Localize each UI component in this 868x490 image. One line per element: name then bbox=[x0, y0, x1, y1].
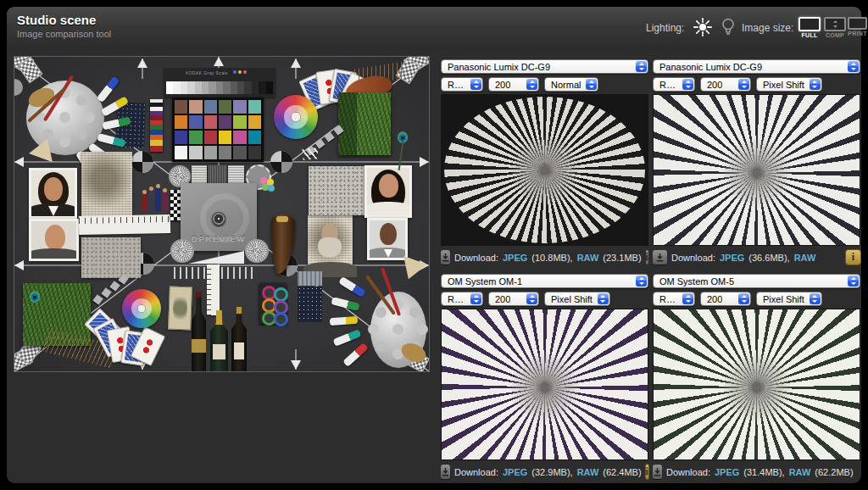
size-button-print[interactable]: PRINT bbox=[848, 17, 867, 36]
palette-wells bbox=[392, 324, 403, 335]
download-button[interactable] bbox=[441, 465, 450, 479]
comparison-panel-1: Panasonic Lumix DC-G9 RAW 200 Normal Dow… bbox=[441, 59, 648, 266]
colorchecker-swatch bbox=[204, 100, 217, 114]
info-button[interactable]: i bbox=[646, 250, 648, 264]
raw-link[interactable]: RAW bbox=[789, 467, 811, 477]
paint-tube bbox=[330, 316, 359, 326]
colorchecker-swatch bbox=[175, 146, 187, 159]
iso-select[interactable]: 200 bbox=[488, 292, 539, 306]
lowlight-lighting-button[interactable] bbox=[717, 15, 739, 39]
download-button[interactable] bbox=[653, 250, 667, 264]
format-select[interactable]: RAW bbox=[441, 292, 483, 306]
format-select[interactable]: RAW bbox=[653, 292, 695, 306]
jpeg-link[interactable]: JPEG bbox=[503, 467, 527, 477]
colorchecker-swatch bbox=[219, 100, 231, 114]
jpeg-link[interactable]: JPEG bbox=[715, 467, 739, 477]
camera-select[interactable]: OM System OM-5 bbox=[653, 274, 860, 288]
resolution-patch bbox=[209, 165, 226, 185]
colorchecker-swatch bbox=[189, 131, 202, 144]
colorchecker-swatch bbox=[233, 100, 246, 114]
raw-link[interactable]: RAW bbox=[577, 253, 599, 263]
gray-step bbox=[173, 81, 180, 94]
download-icon bbox=[441, 467, 450, 476]
daylight-lighting-button[interactable] bbox=[692, 15, 714, 39]
portrait-man-right bbox=[367, 218, 408, 260]
gray-step bbox=[266, 81, 273, 94]
sun-icon bbox=[693, 17, 713, 37]
mode-select[interactable]: Pixel Shift bbox=[544, 292, 610, 306]
select-stepper-icon bbox=[848, 276, 859, 287]
granite-patch bbox=[81, 237, 141, 278]
resolution-patch bbox=[192, 165, 207, 185]
star-center-blur bbox=[716, 347, 798, 428]
raw-size: (23.1MB) bbox=[603, 253, 641, 263]
mode-select[interactable]: Pixel Shift bbox=[756, 292, 822, 306]
jpeg-link[interactable]: JPEG bbox=[720, 253, 744, 263]
crop-image[interactable] bbox=[653, 309, 860, 460]
colorchecker-swatch bbox=[233, 131, 246, 144]
select-stepper-icon bbox=[810, 79, 821, 90]
select-stepper-icon bbox=[586, 79, 597, 90]
download-icon bbox=[655, 253, 665, 262]
download-bar: Download: JPEG (10.8MB), RAW (23.1MB) i bbox=[441, 249, 648, 265]
format-select[interactable]: RAW bbox=[653, 77, 695, 92]
crop-image[interactable] bbox=[441, 94, 648, 246]
crop-image[interactable] bbox=[653, 94, 860, 246]
paint-tube bbox=[97, 133, 125, 148]
iso-select[interactable]: 200 bbox=[700, 77, 751, 92]
etching-scene bbox=[81, 152, 132, 217]
colorchecker-swatch bbox=[175, 115, 187, 129]
download-label: Download: bbox=[666, 467, 710, 477]
size-button-comp[interactable]: COMP bbox=[824, 17, 846, 38]
figurines bbox=[142, 175, 169, 220]
paint-tube bbox=[342, 342, 369, 367]
page-title: Studio scene bbox=[17, 13, 96, 27]
raw-link[interactable]: RAW bbox=[577, 467, 599, 477]
page-subtitle: Image comparison tool bbox=[17, 29, 111, 39]
gray-step bbox=[202, 81, 209, 94]
camera-select-value: OM System OM-1 bbox=[448, 276, 522, 287]
mode-select[interactable]: Pixel Shift bbox=[756, 77, 822, 92]
camera-select[interactable]: Panasonic Lumix DC-G9 bbox=[653, 59, 860, 74]
colorchecker-swatch bbox=[219, 115, 231, 129]
select-stepper-icon bbox=[636, 61, 647, 72]
colorchecker-swatch bbox=[175, 100, 187, 114]
colorchecker-swatch bbox=[233, 146, 246, 159]
download-label: Download: bbox=[454, 467, 498, 477]
format-select[interactable]: RAW bbox=[441, 77, 483, 92]
colorchecker-swatch bbox=[248, 115, 261, 129]
grayscale-steps bbox=[166, 81, 273, 94]
iso-select[interactable]: 200 bbox=[488, 77, 539, 92]
info-button[interactable]: i bbox=[846, 250, 860, 264]
colorchecker-chart bbox=[172, 97, 264, 162]
iso-select[interactable]: 200 bbox=[700, 292, 751, 306]
studio-scene-image[interactable]: KODAK Gray Scale bbox=[14, 56, 430, 372]
mode-select[interactable]: Normal bbox=[544, 77, 598, 92]
star-center-blur bbox=[716, 132, 798, 214]
size-button-full[interactable]: FULL bbox=[798, 17, 821, 38]
image-size-label: Image size: bbox=[742, 22, 793, 34]
jpeg-size: (32.9MB), bbox=[531, 467, 572, 477]
palette-wells bbox=[59, 112, 70, 123]
colorchecker-swatch bbox=[248, 146, 261, 159]
download-button[interactable] bbox=[653, 465, 662, 479]
moss-box-top-right bbox=[338, 92, 391, 155]
raw-size: (62.2MB) bbox=[815, 467, 853, 477]
dpreview-logo-text: DPREVIEW bbox=[181, 235, 257, 243]
banknote bbox=[168, 287, 192, 331]
camera-select[interactable]: OM System OM-1 bbox=[441, 274, 648, 288]
download-button[interactable] bbox=[441, 250, 450, 264]
download-label: Download: bbox=[454, 253, 498, 263]
raw-link[interactable]: RAW bbox=[794, 253, 816, 263]
download-icon bbox=[653, 467, 662, 476]
info-button[interactable]: i bbox=[646, 465, 648, 479]
crop-image[interactable] bbox=[441, 309, 648, 460]
comparison-panel-4: OM System OM-5 RAW 200 Pixel Shift Downl… bbox=[653, 274, 860, 481]
color-wheel bbox=[274, 95, 318, 139]
jpeg-link[interactable]: JPEG bbox=[503, 253, 527, 263]
spoked-dial bbox=[245, 239, 269, 263]
camera-select-value: OM System OM-5 bbox=[659, 276, 734, 287]
camera-select[interactable]: Panasonic Lumix DC-G9 bbox=[441, 59, 648, 74]
select-stepper-icon bbox=[738, 79, 749, 90]
download-bar: Download: JPEG (36.6MB), RAW i bbox=[653, 249, 860, 265]
